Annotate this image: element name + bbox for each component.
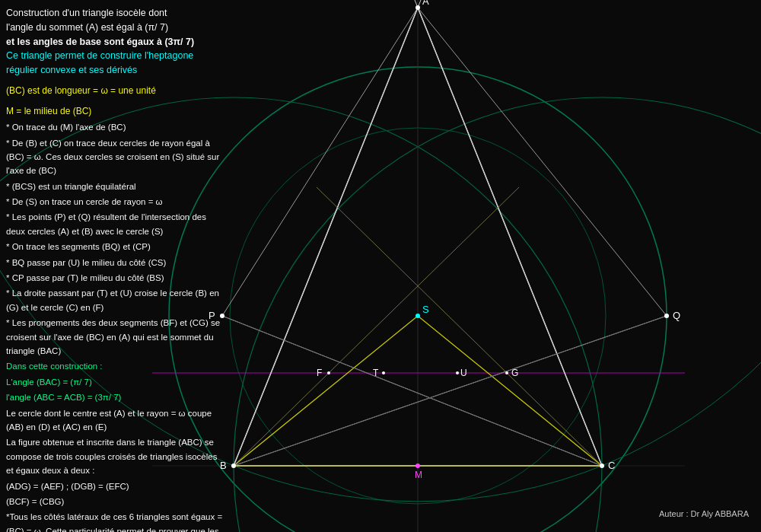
author-label: Auteur : Dr Aly ABBARA — [659, 509, 749, 518]
